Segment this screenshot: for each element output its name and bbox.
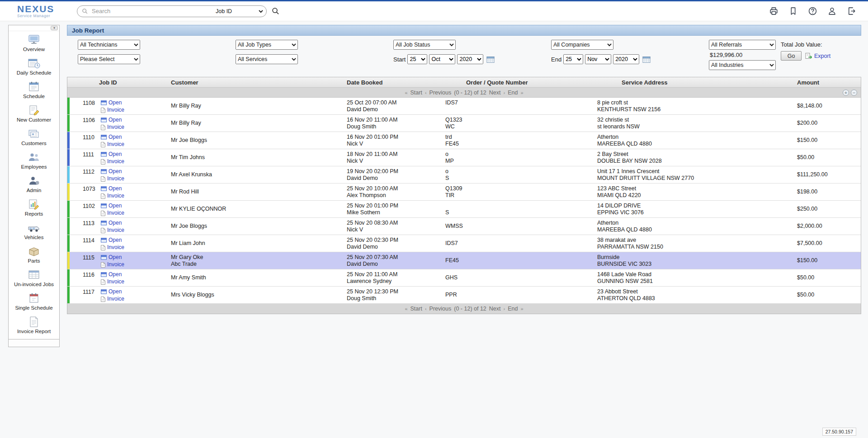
invoice-link[interactable]: Invoice (107, 175, 124, 182)
search-submit-button[interactable] (271, 7, 280, 15)
open-link[interactable]: Open (108, 220, 122, 226)
table-row[interactable]: 1114 Open Invoice (67, 235, 861, 252)
job-status-select[interactable]: All Job Status (393, 40, 456, 50)
invoice-link[interactable]: Invoice (107, 210, 124, 217)
open-link[interactable]: Open (108, 168, 122, 175)
sidebar-item-invoice-report[interactable]: Invoice Report (9, 313, 59, 337)
table-row[interactable]: 1111 Open Invoice (67, 149, 861, 166)
row-amount: $2,000.00 (795, 218, 861, 235)
open-link[interactable]: Open (108, 271, 122, 278)
row-amount: $7,500.00 (795, 235, 861, 252)
end-calendar-icon[interactable] (642, 56, 651, 63)
please-select-select[interactable]: Please Select (78, 54, 140, 64)
sidebar-item-reports[interactable]: Reports (9, 196, 59, 219)
pagination-next[interactable]: Next (489, 89, 501, 96)
next-page-icon[interactable]: › (504, 90, 505, 95)
table-row[interactable]: 1115 Open Invoice (67, 252, 861, 269)
sidebar-item-customers[interactable]: Customers (9, 125, 59, 149)
search-input[interactable] (91, 7, 214, 15)
next-page-icon[interactable]: › (504, 306, 505, 311)
table-row[interactable]: 1112 Open Invoice (67, 166, 861, 184)
table-row[interactable]: 1113 Open Invoice (67, 218, 861, 235)
end-month-select[interactable]: Nov (585, 54, 611, 64)
start-calendar-icon[interactable] (486, 56, 495, 63)
invoice-link[interactable]: Invoice (107, 261, 124, 268)
sidebar-collapse-button[interactable]: ▾ (51, 26, 58, 30)
last-page-icon[interactable]: » (520, 306, 523, 311)
sidebar-item-uninvoiced-jobs[interactable]: Un-invoiced Jobs (9, 266, 59, 290)
referrals-select[interactable]: All Referrals (709, 40, 776, 50)
table-row[interactable]: 1108 Open Invoice (67, 98, 861, 115)
end-year-select[interactable]: 2020 (613, 54, 639, 64)
table-row[interactable]: 1102 Open Invoice (67, 201, 861, 218)
first-page-icon[interactable]: « (405, 90, 407, 95)
expand-all-icon[interactable]: + (843, 89, 849, 96)
job-types-select[interactable]: All Job Types (236, 40, 298, 50)
user-icon[interactable] (827, 6, 837, 16)
invoice-link[interactable]: Invoice (107, 193, 124, 199)
open-link[interactable]: Open (108, 117, 122, 123)
open-link[interactable]: Open (108, 134, 122, 141)
pagination-previous[interactable]: Previous (429, 89, 452, 96)
start-month-select[interactable]: Oct (429, 54, 455, 64)
help-icon[interactable] (808, 6, 817, 16)
sidebar-item-daily-schedule[interactable]: Daily Schedule (9, 55, 59, 78)
table-row[interactable]: 1116 Open Invoice (67, 269, 861, 287)
pagination-next[interactable]: Next (489, 306, 501, 312)
job-status-color-bar (67, 149, 70, 166)
previous-page-icon[interactable]: ‹ (425, 90, 427, 95)
sidebar-item-parts[interactable]: Parts (9, 243, 59, 266)
pagination-end[interactable]: End (508, 306, 518, 312)
pagination-start[interactable]: Start (410, 306, 422, 312)
sidebar-item-vehicles[interactable]: Vehicles (9, 219, 59, 243)
job-status-color-bar (67, 166, 70, 183)
table-row[interactable]: 1117 Open Invoice (67, 287, 861, 304)
sidebar-item-new-customer[interactable]: New Customer (9, 102, 59, 125)
search-category-select[interactable]: Job ID (214, 8, 264, 15)
invoice-link[interactable]: Invoice (107, 141, 124, 148)
sidebar-item-employees[interactable]: Employees (9, 149, 59, 172)
open-link[interactable]: Open (108, 237, 122, 244)
sidebar-item-admin[interactable]: Admin (9, 172, 59, 196)
open-link[interactable]: Open (108, 203, 122, 209)
last-page-icon[interactable]: » (520, 90, 523, 95)
logout-icon[interactable] (847, 6, 856, 16)
start-day-select[interactable]: 25 (407, 54, 427, 64)
sidebar-item-overview[interactable]: Overview (9, 31, 59, 55)
start-year-select[interactable]: 2020 (457, 54, 483, 64)
open-link[interactable]: Open (108, 185, 122, 192)
sidebar-item-single-schedule[interactable]: Single Schedule (9, 290, 59, 313)
bookmark-icon[interactable] (788, 6, 798, 16)
sidebar-item-schedule[interactable]: Schedule (9, 78, 59, 102)
pagination-previous[interactable]: Previous (429, 306, 452, 312)
open-link[interactable]: Open (108, 151, 122, 158)
table-row[interactable]: 1110 Open Invoice (67, 132, 861, 149)
go-button[interactable]: Go (781, 51, 802, 61)
table-row[interactable]: 1073 Open Invoice (67, 184, 861, 201)
invoice-link[interactable]: Invoice (107, 158, 124, 165)
pagination-end[interactable]: End (508, 89, 518, 96)
invoice-link[interactable]: Invoice (107, 107, 124, 113)
export-link[interactable]: Export (805, 52, 830, 59)
previous-page-icon[interactable]: ‹ (425, 306, 427, 311)
first-page-icon[interactable]: « (405, 306, 407, 311)
collapse-all-icon[interactable]: − (851, 89, 857, 96)
open-link[interactable]: Open (108, 288, 122, 295)
end-day-select[interactable]: 25 (563, 54, 583, 64)
app-logo[interactable]: NEXUS Service Manager (17, 4, 71, 18)
services-select[interactable]: All Services (236, 54, 298, 64)
technicians-select[interactable]: All Technicians (78, 40, 140, 50)
pagination-start[interactable]: Start (410, 89, 422, 96)
companies-select[interactable]: All Companies (551, 40, 613, 50)
print-icon[interactable] (769, 6, 778, 16)
invoice-link[interactable]: Invoice (107, 296, 124, 302)
invoice-link[interactable]: Invoice (107, 278, 124, 285)
open-link[interactable]: Open (108, 99, 122, 106)
table-row[interactable]: 1106 Open Invoice (67, 115, 861, 132)
industries-select[interactable]: All Industries (709, 60, 776, 70)
invoice-link[interactable]: Invoice (107, 227, 124, 234)
row-amount: $198.00 (795, 184, 861, 200)
open-link[interactable]: Open (108, 254, 122, 261)
invoice-link[interactable]: Invoice (107, 124, 124, 131)
invoice-link[interactable]: Invoice (107, 244, 124, 251)
